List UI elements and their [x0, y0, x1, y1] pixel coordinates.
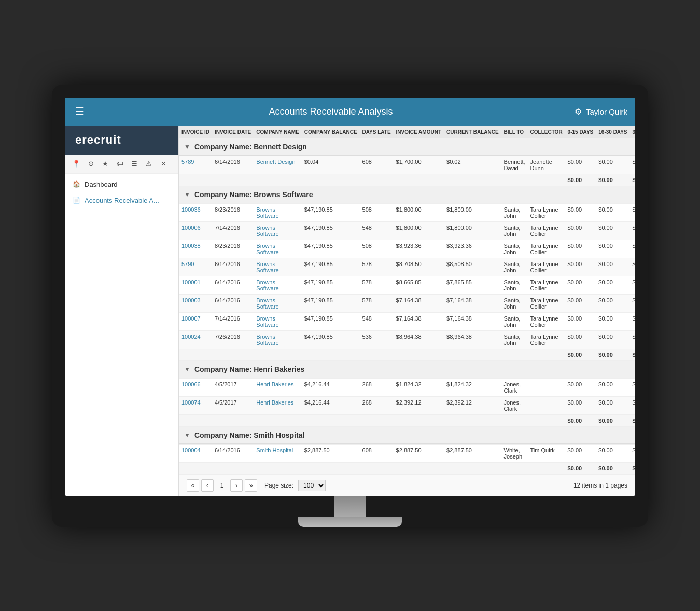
collapse-arrow[interactable]: ▼ — [184, 143, 190, 150]
invoice-id[interactable]: 100024 — [179, 330, 212, 349]
table-row: 100004 6/14/2016 Smith Hospital $2,887.5… — [179, 444, 635, 462]
bill-to: Santo, John — [501, 221, 528, 240]
bill-to: Santo, John — [501, 258, 528, 276]
first-page-button[interactable]: « — [187, 479, 199, 492]
tag-icon[interactable]: 🏷 — [115, 159, 125, 169]
d0-15: $0.00 — [565, 444, 596, 462]
collapse-arrow[interactable]: ▼ — [184, 191, 190, 198]
d16-30: $0.00 — [596, 396, 629, 414]
user-name: Taylor Quirk — [586, 107, 627, 116]
current-balance: $8,964.38 — [444, 330, 501, 349]
invoice-id[interactable]: 100003 — [179, 294, 212, 312]
d31-60: $0.00 — [630, 312, 635, 330]
invoice-id[interactable]: 100036 — [179, 203, 212, 221]
ar-icon: 📄 — [73, 197, 80, 204]
company-name[interactable]: Smith Hospital — [254, 444, 301, 462]
sidebar: erecruit 📍 ⊙ ★ 🏷 ☰ ⚠ ✕ 🏠 Dashboard — [65, 126, 179, 496]
invoice-date: 8/23/2016 — [212, 240, 254, 258]
gear-icon[interactable]: ⚙ — [575, 107, 582, 117]
hamburger-button[interactable]: ☰ — [73, 103, 87, 120]
invoice-id[interactable]: 5789 — [179, 156, 212, 174]
pagination-left: « ‹ 1 › » Page size: 100 50 25 — [187, 479, 326, 492]
table-row: 100001 6/14/2016 Browns Software $47,190… — [179, 276, 635, 294]
d0-15: $0.00 — [565, 258, 596, 276]
col-company-balance: COMPANY BALANCE — [302, 126, 360, 138]
col-31-60: 31-60 DAYS — [630, 126, 635, 138]
company-name[interactable]: Browns Software — [254, 258, 301, 276]
invoice-id[interactable]: 100006 — [179, 221, 212, 240]
d16-30: $0.00 — [596, 294, 629, 312]
invoice-id[interactable]: 100038 — [179, 240, 212, 258]
table-row: 100074 4/5/2017 Henri Bakeries $4,216.44… — [179, 396, 635, 414]
company-name[interactable]: Browns Software — [254, 294, 301, 312]
company-name[interactable]: Browns Software — [254, 276, 301, 294]
close-icon[interactable]: ✕ — [158, 159, 169, 169]
table-row: 100006 7/14/2016 Browns Software $47,190… — [179, 221, 635, 240]
collector — [528, 396, 565, 414]
warning-icon[interactable]: ⚠ — [144, 159, 154, 169]
invoice-date: 7/14/2016 — [212, 221, 254, 240]
invoice-amount: $2,887.50 — [394, 444, 444, 462]
invoice-id[interactable]: 100004 — [179, 444, 212, 462]
d31-60: $0.00 — [630, 258, 635, 276]
company-name[interactable]: Browns Software — [254, 221, 301, 240]
d31-60: $0.00 — [630, 396, 635, 414]
invoice-amount: $1,824.32 — [394, 378, 444, 396]
d16-30: $0.00 — [596, 240, 629, 258]
collapse-arrow[interactable]: ▼ — [184, 366, 190, 373]
pages-count: 1 — [605, 482, 609, 489]
page-size-label: Page size: — [264, 482, 293, 489]
col-invoice-date: INVOICE DATE — [212, 126, 254, 138]
current-balance: $3,923.36 — [444, 240, 501, 258]
current-balance: $1,800.00 — [444, 203, 501, 221]
sidebar-item-ar[interactable]: 📄 Accounts Receivable A... — [65, 192, 178, 209]
bill-to: White, Joseph — [501, 444, 528, 462]
invoice-id[interactable]: 100074 — [179, 396, 212, 414]
sidebar-item-dashboard[interactable]: 🏠 Dashboard — [65, 176, 178, 192]
d16-30: $0.00 — [596, 312, 629, 330]
col-collector: COLLECTOR — [528, 126, 565, 138]
logo: erecruit — [75, 133, 121, 147]
subtotal-d16-30: $0.00 — [596, 349, 629, 360]
invoice-amount: $2,392.12 — [394, 396, 444, 414]
invoice-date: 7/26/2016 — [212, 330, 254, 349]
list-icon[interactable]: ☰ — [129, 159, 139, 169]
invoice-id[interactable]: 100001 — [179, 276, 212, 294]
collector: Tara Lynne Collier — [528, 312, 565, 330]
location-icon[interactable]: 📍 — [71, 159, 81, 169]
page-title: Accounts Receivable Analysis — [269, 106, 393, 117]
page-size-select[interactable]: 100 50 25 — [298, 480, 326, 491]
dashboard-icon: 🏠 — [73, 180, 80, 188]
collapse-arrow[interactable]: ▼ — [184, 432, 190, 439]
company-name[interactable]: Henri Bakeries — [254, 396, 301, 414]
d0-15: $0.00 — [565, 276, 596, 294]
company-name[interactable]: Browns Software — [254, 203, 301, 221]
days-late: 578 — [360, 258, 394, 276]
table-body: ▼ Company Name: Bennett Design 5789 6/14… — [179, 138, 635, 474]
next-page-button[interactable]: › — [230, 479, 243, 492]
subtotal-d16-30: $0.00 — [596, 174, 629, 186]
company-balance: $4,216.44 — [302, 396, 360, 414]
company-name[interactable]: Browns Software — [254, 312, 301, 330]
last-page-button[interactable]: » — [245, 479, 257, 492]
d16-30: $0.00 — [596, 258, 629, 276]
company-balance: $47,190.85 — [302, 294, 360, 312]
company-name[interactable]: Bennett Design — [254, 156, 301, 174]
table-row: 5790 6/14/2016 Browns Software $47,190.8… — [179, 258, 635, 276]
current-balance: $1,800.00 — [444, 221, 501, 240]
invoice-id[interactable]: 100007 — [179, 312, 212, 330]
circle-icon[interactable]: ⊙ — [86, 159, 96, 169]
star-icon[interactable]: ★ — [100, 159, 110, 169]
company-name[interactable]: Henri Bakeries — [254, 378, 301, 396]
invoice-date: 7/14/2016 — [212, 312, 254, 330]
d16-30: $0.00 — [596, 378, 629, 396]
invoice-date: 6/14/2016 — [212, 258, 254, 276]
col-company-name: COMPANY NAME — [254, 126, 301, 138]
invoice-date: 6/14/2016 — [212, 276, 254, 294]
invoice-id[interactable]: 5790 — [179, 258, 212, 276]
invoice-id[interactable]: 100066 — [179, 378, 212, 396]
company-name[interactable]: Browns Software — [254, 330, 301, 349]
d0-15: $0.00 — [565, 203, 596, 221]
prev-page-button[interactable]: ‹ — [201, 479, 214, 492]
company-name[interactable]: Browns Software — [254, 240, 301, 258]
